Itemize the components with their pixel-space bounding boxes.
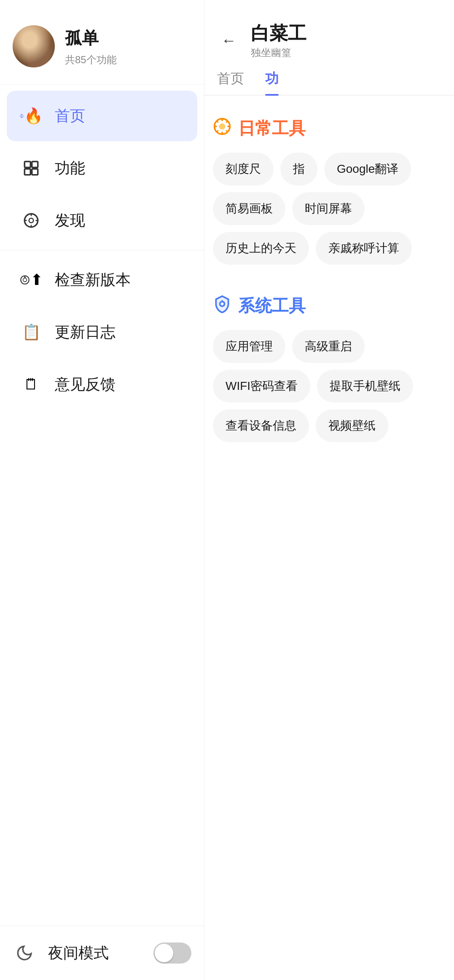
check-update-icon: ⬆ [19, 268, 43, 292]
sidebar-item-check-update[interactable]: ⬆ 检查新版本 [7, 255, 197, 305]
system-tools-grid: 应用管理 高级重启 WIFI密码查看 提取手机壁纸 查看设备信息 视频壁纸 [213, 330, 446, 442]
feedback-icon: 🗒 [19, 373, 43, 396]
svg-rect-2 [32, 161, 38, 167]
tool-chip-app-manage[interactable]: 应用管理 [213, 330, 285, 363]
svg-rect-1 [24, 161, 30, 167]
tool-chip-device-info[interactable]: 查看设备信息 [213, 409, 309, 442]
svg-line-24 [217, 130, 218, 132]
right-panel: ← 白菜工 独坐幽篁 首页 功 [204, 0, 454, 980]
sidebar-item-home[interactable]: 🔥 首页 [7, 91, 197, 141]
svg-line-21 [217, 121, 218, 123]
daily-tools-grid: 刻度尺 指 Google翻译 简易画板 时间屏幕 历史上的今天 亲戚称呼计算 [213, 153, 446, 265]
right-title: 白菜工 [251, 21, 306, 46]
svg-point-16 [219, 124, 226, 130]
tool-chip-advanced-restart[interactable]: 高级重启 [292, 330, 365, 363]
sidebar-item-changelog[interactable]: 📋 更新日志 [7, 307, 197, 357]
tool-chip-simple-board[interactable]: 简易画板 [213, 192, 285, 225]
system-tools-section-header: 系统工具 [213, 294, 446, 317]
night-mode-bar: 夜间模式 [0, 926, 204, 980]
tool-chip-extract-wallpaper[interactable]: 提取手机壁纸 [317, 370, 413, 403]
profile-section: 孤单 共85个功能 [0, 0, 204, 84]
nav-section-divider [0, 250, 204, 250]
sidebar-check-update-label: 检查新版本 [55, 270, 131, 290]
changelog-icon: 📋 [19, 320, 43, 344]
svg-point-6 [29, 218, 34, 223]
home-icon: 🔥 [19, 104, 43, 128]
svg-point-0 [21, 116, 22, 117]
nav-menu: 🔥 首页 功能 [0, 85, 204, 926]
tab-bar: 首页 功 [204, 59, 454, 96]
tool-chip-google-translate[interactable]: Google翻译 [324, 153, 411, 185]
discover-icon [19, 209, 43, 232]
night-mode-icon [13, 941, 36, 965]
profile-text: 孤单 共85个功能 [65, 27, 117, 67]
sidebar-changelog-label: 更新日志 [55, 322, 116, 343]
sidebar-home-label: 首页 [55, 106, 85, 126]
daily-tools-section-header: 日常工具 [213, 117, 446, 140]
back-button[interactable]: ← [217, 29, 241, 52]
tool-chip-ruler[interactable]: 刻度尺 [213, 153, 274, 185]
tool-chip-history-today[interactable]: 历史上的今天 [213, 232, 309, 265]
tool-chip-wifi-password[interactable]: WIFI密码查看 [213, 370, 310, 403]
sidebar-feedback-label: 意见反馈 [55, 374, 116, 395]
left-panel: 孤单 共85个功能 🔥 首页 [0, 0, 204, 980]
svg-line-22 [226, 130, 228, 132]
right-header-text: 白菜工 独坐幽篁 [251, 21, 306, 59]
svg-rect-4 [32, 169, 38, 175]
night-mode-toggle[interactable] [153, 942, 191, 964]
tab-home[interactable]: 首页 [217, 70, 244, 95]
night-mode-label: 夜间模式 [48, 943, 142, 964]
right-subtitle: 独坐幽篁 [251, 46, 306, 59]
tool-chip-video-wallpaper[interactable]: 视频壁纸 [316, 409, 388, 442]
sidebar-functions-label: 功能 [55, 158, 85, 179]
right-content: 日常工具 刻度尺 指 Google翻译 简易画板 时间屏幕 历史上的今天 亲戚称… [204, 96, 454, 980]
system-tools-title: 系统工具 [238, 294, 306, 317]
functions-icon [19, 156, 43, 180]
sidebar-item-discover[interactable]: 发现 [7, 195, 197, 246]
avatar [13, 25, 55, 67]
sidebar-item-feedback[interactable]: 🗒 意见反馈 [7, 359, 197, 410]
profile-name: 孤单 [65, 27, 117, 50]
profile-subtitle: 共85个功能 [65, 53, 117, 67]
svg-point-12 [23, 278, 27, 282]
tool-chip-time-screen[interactable]: 时间屏幕 [292, 192, 365, 225]
right-header: ← 白菜工 独坐幽篁 [204, 0, 454, 59]
svg-rect-3 [24, 169, 30, 175]
system-tools-icon [213, 295, 231, 317]
section-space [213, 277, 446, 286]
sidebar-discover-label: 发现 [55, 210, 85, 231]
tool-chip-finger[interactable]: 指 [280, 153, 317, 185]
toggle-thumb [155, 944, 173, 962]
daily-tools-icon [213, 117, 231, 140]
daily-tools-title: 日常工具 [238, 117, 306, 140]
sidebar-item-functions[interactable]: 功能 [7, 143, 197, 193]
svg-line-23 [226, 121, 228, 123]
tab-functions[interactable]: 功 [265, 70, 279, 95]
tool-chip-relative-calc[interactable]: 亲戚称呼计算 [316, 232, 412, 265]
